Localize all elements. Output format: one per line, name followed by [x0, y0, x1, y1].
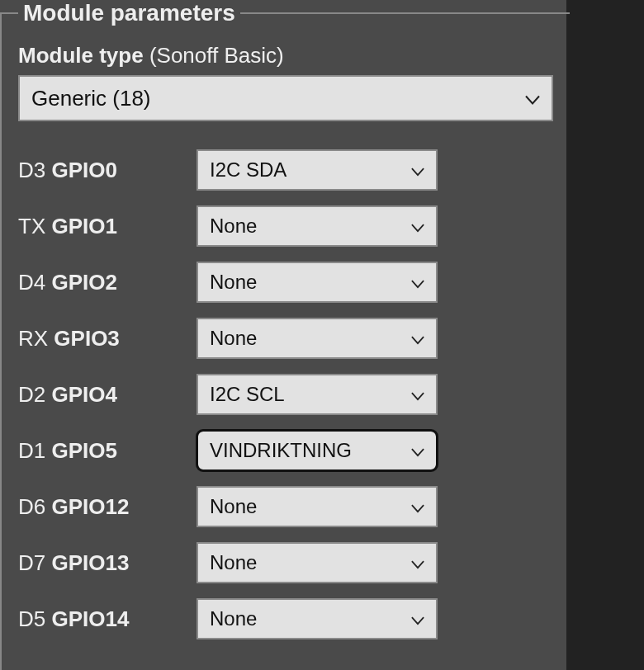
gpio-label: D3 GPIO0 — [18, 158, 197, 183]
module-type-select-value: Generic (18) — [31, 86, 151, 111]
gpio-table: D3 GPIO0I2C SDATX GPIO1NoneD4 GPIO2NoneR… — [18, 149, 553, 639]
gpio-function-select-value: None — [210, 327, 257, 350]
module-type-select[interactable]: Generic (18) — [18, 75, 553, 121]
gpio-function-select[interactable]: None — [197, 205, 438, 247]
gpio-function-select-value: None — [210, 551, 257, 574]
module-type-line: Module type (Sonoff Basic) — [18, 43, 553, 68]
chevron-down-icon — [411, 551, 424, 574]
gpio-row: D6 GPIO12None — [18, 486, 553, 527]
gpio-label-name: GPIO12 — [51, 494, 129, 519]
gpio-function-select[interactable]: None — [197, 598, 438, 639]
gpio-function-select-value: VINDRIKTNING — [210, 439, 352, 462]
fieldset-legend: Module parameters — [18, 0, 240, 26]
gpio-label-name: GPIO14 — [51, 606, 129, 631]
gpio-function-select-value: I2C SDA — [210, 158, 286, 182]
chevron-down-icon — [411, 383, 424, 406]
gpio-function-select[interactable]: None — [197, 318, 438, 359]
chevron-down-icon — [411, 495, 424, 518]
chevron-down-icon — [411, 215, 424, 238]
gpio-label: D4 GPIO2 — [18, 270, 197, 295]
gpio-row: D5 GPIO14None — [18, 598, 553, 639]
gpio-label: D5 GPIO14 — [18, 606, 197, 632]
gpio-function-select[interactable]: I2C SCL — [197, 374, 438, 415]
gpio-label-prefix: RX — [18, 326, 54, 351]
gpio-label: D7 GPIO13 — [18, 550, 197, 576]
gpio-row: D7 GPIO13None — [18, 542, 553, 583]
gpio-label: RX GPIO3 — [18, 326, 197, 352]
gpio-label: D2 GPIO4 — [18, 382, 197, 408]
chevron-down-icon — [411, 439, 424, 462]
gpio-label-name: GPIO4 — [51, 382, 116, 407]
gpio-label: D6 GPIO12 — [18, 494, 197, 520]
gpio-function-select[interactable]: VINDRIKTNING — [197, 430, 438, 471]
gpio-row: D1 GPIO5VINDRIKTNING — [18, 430, 553, 471]
gpio-row: RX GPIO3None — [18, 318, 553, 359]
gpio-row: D4 GPIO2None — [18, 262, 553, 303]
module-parameters-fieldset: Module parameters Module type (Sonoff Ba… — [0, 0, 570, 670]
gpio-function-select[interactable]: None — [197, 486, 438, 527]
gpio-label-prefix: D3 — [18, 158, 51, 182]
gpio-label-name: GPIO5 — [51, 438, 116, 463]
module-type-current: (Sonoff Basic) — [149, 43, 284, 68]
gpio-function-select-value: None — [210, 215, 257, 238]
chevron-down-icon — [411, 607, 424, 630]
gpio-label-prefix: D5 — [18, 606, 51, 631]
gpio-function-select-value: None — [210, 271, 257, 294]
gpio-label-prefix: TX — [18, 214, 51, 238]
gpio-function-select-value: I2C SCL — [210, 383, 285, 406]
gpio-function-select-value: None — [210, 495, 257, 518]
gpio-label-prefix: D1 — [18, 438, 51, 463]
gpio-function-select[interactable]: None — [197, 542, 438, 583]
gpio-label-prefix: D7 — [18, 550, 51, 575]
gpio-row: D2 GPIO4I2C SCL — [18, 374, 553, 415]
gpio-label-prefix: D6 — [18, 494, 51, 519]
module-type-label: Module type — [18, 43, 144, 68]
chevron-down-icon — [525, 86, 540, 111]
gpio-row: D3 GPIO0I2C SDA — [18, 149, 553, 191]
gpio-label: D1 GPIO5 — [18, 438, 197, 464]
gpio-label-name: GPIO1 — [51, 214, 116, 238]
chevron-down-icon — [411, 271, 424, 294]
module-parameters-panel: Module parameters Module type (Sonoff Ba… — [0, 0, 566, 670]
gpio-label-prefix: D4 — [18, 270, 51, 295]
gpio-function-select-value: None — [210, 607, 257, 630]
gpio-label: TX GPIO1 — [18, 214, 197, 239]
gpio-label-prefix: D2 — [18, 382, 51, 407]
chevron-down-icon — [411, 158, 424, 182]
chevron-down-icon — [411, 327, 424, 350]
gpio-row: TX GPIO1None — [18, 205, 553, 247]
gpio-label-name: GPIO13 — [51, 550, 129, 575]
gpio-label-name: GPIO3 — [54, 326, 119, 351]
gpio-label-name: GPIO2 — [51, 270, 116, 295]
gpio-function-select[interactable]: I2C SDA — [197, 149, 438, 191]
gpio-function-select[interactable]: None — [197, 262, 438, 303]
gpio-label-name: GPIO0 — [51, 158, 116, 182]
